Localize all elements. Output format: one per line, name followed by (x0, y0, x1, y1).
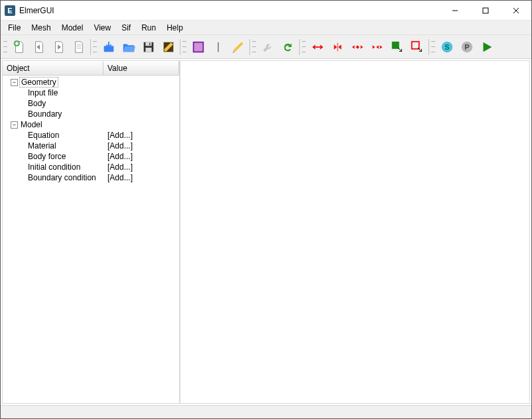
svg-rect-1 (483, 8, 488, 13)
menu-file[interactable]: File (3, 22, 25, 34)
app-window: E ElmerGUI File Mesh Model View Sif Run … (0, 0, 532, 419)
p-button[interactable]: P (458, 38, 476, 56)
maximize-button[interactable] (470, 1, 501, 21)
open-folder-button[interactable] (119, 38, 138, 56)
tree-label: Geometry (19, 77, 58, 88)
side-columns: Object Value (3, 61, 179, 76)
main-viewport[interactable] (180, 60, 530, 404)
toolbar: S P (1, 35, 531, 59)
collapse-icon[interactable]: − (11, 79, 18, 86)
tree-label: Body force (27, 152, 67, 161)
menu-mesh[interactable]: Mesh (27, 22, 55, 34)
toolbar-handle-4[interactable] (252, 39, 256, 55)
tree-value[interactable]: [Add...] (107, 152, 133, 161)
toolbar-handle[interactable] (3, 39, 7, 55)
run-button[interactable] (478, 38, 496, 56)
menu-sif[interactable]: Sif (117, 22, 135, 34)
pencil-button[interactable] (229, 38, 247, 56)
tree-value[interactable]: [Add...] (107, 141, 133, 150)
app-icon: E (5, 5, 15, 16)
tree-node-body[interactable]: Body (3, 98, 179, 109)
save-button[interactable] (139, 38, 158, 56)
tree-label: Equation (27, 131, 60, 140)
tree-node-boundary-condition[interactable]: Boundary condition [Add...] (3, 172, 179, 183)
redo-button[interactable] (279, 38, 297, 56)
svg-rect-12 (194, 42, 203, 51)
expand-both-button[interactable] (348, 38, 367, 56)
menu-view[interactable]: View (89, 22, 115, 34)
tree-value[interactable]: [Add...] (107, 162, 133, 172)
document-button[interactable] (70, 38, 88, 56)
col-header-value[interactable]: Value (103, 61, 179, 75)
page-back-button[interactable] (30, 38, 48, 56)
tree-node-input-file[interactable]: Input file (3, 88, 179, 98)
menubar: File Mesh Model View Sif Run Help (1, 21, 531, 35)
tree-label: Model (19, 120, 44, 129)
tree-node-initial-condition[interactable]: Initial condition [Add...] (3, 162, 179, 172)
tree-label: Input file (27, 88, 59, 97)
titlebar: E ElmerGUI (1, 1, 531, 21)
expand-horiz-button[interactable] (308, 38, 327, 56)
tree-node-boundary[interactable]: Boundary (3, 109, 179, 119)
minimize-button[interactable] (440, 1, 470, 21)
tree-value[interactable]: [Add...] (107, 131, 133, 140)
collapse-icon[interactable]: − (11, 121, 18, 129)
svg-text:S: S (444, 42, 449, 50)
close-button[interactable] (501, 1, 531, 21)
collapse-both-button[interactable] (368, 38, 387, 56)
tree-node-body-force[interactable]: Body force [Add...] (3, 151, 179, 162)
tree-label: Boundary condition (27, 173, 98, 182)
tree-node-equation[interactable]: Equation [Add...] (3, 130, 179, 141)
collapse-horiz-button[interactable] (328, 38, 347, 56)
svg-text:P: P (464, 42, 469, 50)
status-bar (1, 405, 531, 418)
svg-rect-7 (145, 42, 151, 45)
edit-pencil-button[interactable] (159, 38, 178, 56)
divider-button[interactable] (209, 38, 228, 56)
menu-model[interactable]: Model (57, 22, 88, 34)
window-title: ElmerGUI (19, 6, 54, 15)
toolbar-handle-2[interactable] (93, 39, 97, 55)
view-button[interactable] (189, 38, 208, 56)
page-forward-button[interactable] (50, 38, 68, 56)
tree-label: Boundary (27, 109, 63, 119)
wrench-button[interactable] (259, 38, 277, 56)
tree-node-geometry[interactable]: − Geometry (3, 77, 179, 88)
col-header-object[interactable]: Object (3, 61, 103, 75)
tree-node-model[interactable]: − Model (3, 119, 179, 130)
tree-label: Initial condition (27, 162, 82, 172)
select-green-button[interactable] (388, 38, 407, 56)
toolbar-handle-5[interactable] (302, 39, 306, 55)
toolbar-handle-3[interactable] (182, 39, 186, 55)
tree-label: Body (27, 99, 47, 108)
new-file-button[interactable] (10, 38, 29, 56)
body-split: Object Value − Geometry Input file Body (1, 59, 531, 405)
side-panel: Object Value − Geometry Input file Body (2, 60, 180, 404)
tree-value[interactable]: [Add...] (107, 173, 133, 182)
tree: − Geometry Input file Body Boundary (3, 76, 179, 403)
menu-help[interactable]: Help (162, 22, 188, 34)
toolbar-handle-6[interactable] (431, 39, 435, 55)
select-red-button[interactable] (408, 38, 427, 56)
load-button[interactable] (100, 38, 118, 56)
s-button[interactable]: S (438, 38, 456, 56)
menu-run[interactable]: Run (137, 22, 161, 34)
svg-rect-8 (145, 47, 151, 51)
tree-label: Material (27, 141, 58, 150)
svg-rect-9 (149, 42, 151, 45)
tree-node-material[interactable]: Material [Add...] (3, 141, 179, 151)
